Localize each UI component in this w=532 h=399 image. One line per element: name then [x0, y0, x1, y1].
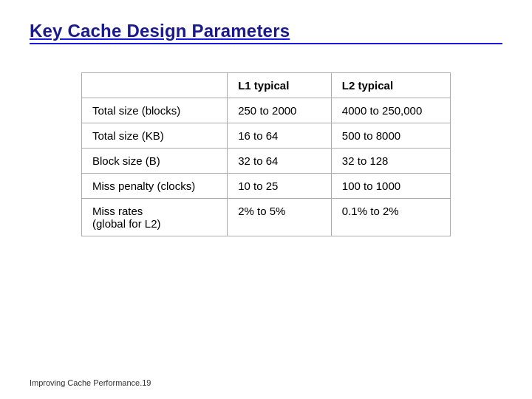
row-l2-value: 100 to 1000	[331, 174, 450, 199]
row-l1-value: 250 to 2000	[228, 98, 332, 123]
row-l2-value: 4000 to 250,000	[331, 98, 450, 123]
table-row: Total size (KB)16 to 64500 to 8000	[82, 123, 451, 149]
table-header-row: L1 typical L2 typical	[82, 73, 451, 98]
row-label: Miss penalty (clocks)	[82, 174, 228, 199]
header-l2-col: L2 typical	[331, 73, 450, 98]
table-row: Miss rates(global for L2)2% to 5%0.1% to…	[82, 199, 451, 236]
row-label: Block size (B)	[82, 149, 228, 174]
footer-text: Improving Cache Performance.19	[30, 378, 151, 387]
table-body: Total size (blocks)250 to 20004000 to 25…	[82, 98, 451, 236]
row-l2-value: 0.1% to 2%	[331, 199, 450, 236]
row-label: Total size (blocks)	[82, 98, 228, 123]
table-wrapper: L1 typical L2 typical Total size (blocks…	[30, 72, 502, 236]
row-l1-value: 10 to 25	[228, 174, 332, 199]
row-label: Total size (KB)	[82, 123, 228, 149]
row-l2-value: 500 to 8000	[331, 123, 450, 149]
table-row: Miss penalty (clocks)10 to 25100 to 1000	[82, 174, 451, 199]
title-container: Key Cache Design Parameters	[30, 21, 502, 66]
page-title: Key Cache Design Parameters	[30, 21, 502, 41]
page-container: Key Cache Design Parameters L1 typical L…	[0, 0, 532, 399]
row-l2-value: 32 to 128	[331, 149, 450, 174]
row-l1-value: 32 to 64	[228, 149, 332, 174]
row-label: Miss rates(global for L2)	[82, 199, 228, 236]
header-l1-col: L1 typical	[228, 73, 332, 98]
table-row: Block size (B)32 to 6432 to 128	[82, 149, 451, 174]
table-row: Total size (blocks)250 to 20004000 to 25…	[82, 98, 451, 123]
header-label-col	[82, 73, 228, 98]
cache-parameters-table: L1 typical L2 typical Total size (blocks…	[81, 72, 451, 236]
row-l1-value: 2% to 5%	[228, 199, 332, 236]
title-divider	[30, 43, 502, 44]
row-l1-value: 16 to 64	[228, 123, 332, 149]
